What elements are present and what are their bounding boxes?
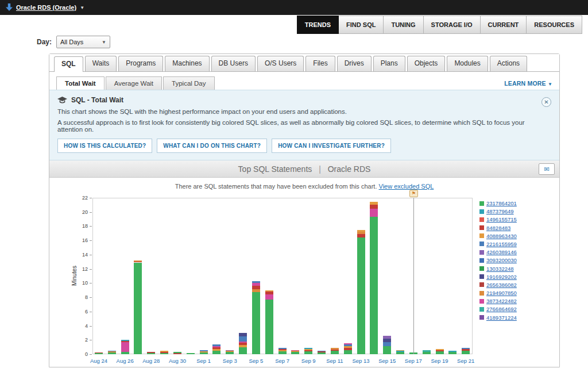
bar-segment[interactable] [462,348,470,349]
bar-segment[interactable] [252,292,260,354]
bar-segment[interactable] [291,351,299,352]
bar-segment[interactable] [252,286,260,289]
x-tick-label[interactable]: Sep 19 [428,358,451,364]
bar-segment[interactable] [331,350,339,351]
top-tab-resources[interactable]: RESOURCES [527,16,582,34]
bar-segment[interactable] [265,290,273,292]
database-selector[interactable]: Oracle RDS (Oracle) [16,4,76,11]
bar-segment[interactable] [370,217,378,354]
bar-segment[interactable] [448,352,457,354]
legend-sql-link[interactable]: 130332248 [486,266,514,272]
bar-segment[interactable] [121,342,129,352]
bar-segment[interactable] [462,349,470,350]
tab-waits[interactable]: Waits [85,56,117,71]
legend-sql-link[interactable]: 2216155959 [486,241,517,247]
legend-sql-link[interactable]: 4088963430 [486,233,517,239]
info-button-1[interactable]: HOW IS THIS CALCULATED? [57,139,152,153]
bar-segment[interactable] [239,336,247,342]
bar-segment[interactable] [265,294,273,300]
bar-segment[interactable] [200,350,208,351]
close-icon[interactable]: ✕ [541,97,551,107]
bar-segment[interactable] [383,336,391,339]
tab-plans[interactable]: Plans [373,56,405,71]
bar-segment[interactable] [160,353,168,354]
bar-segment[interactable] [108,352,116,354]
bar-segment[interactable] [318,351,326,352]
bar-segment[interactable] [396,352,404,354]
x-tick-label[interactable]: Sep 13 [350,358,373,364]
bar-segment[interactable] [383,339,391,342]
info-button-3[interactable]: HOW CAN I INVESTIGATE FURTHER? [272,139,391,153]
bar-segment[interactable] [357,230,365,232]
bar-segment[interactable] [226,351,234,352]
tab-db-users[interactable]: DB Users [211,56,256,71]
annotation-flag-icon[interactable]: ⚑ [409,190,418,197]
bar-segment[interactable] [304,350,312,351]
tab-modules[interactable]: Modules [447,56,488,71]
bar-segment[interactable] [278,348,287,349]
bar-segment[interactable] [160,351,168,351]
legend-item[interactable]: 2216155959 [479,241,517,247]
bar-segment[interactable] [278,351,287,354]
bar-segment[interactable] [344,350,352,354]
x-tick-label[interactable]: Aug 28 [140,358,163,364]
bar-segment[interactable] [423,352,431,354]
legend-item[interactable]: 3093200030 [479,257,517,263]
tab-drives[interactable]: Drives [337,56,372,71]
bar-segment[interactable] [396,350,404,351]
subtab-average-wait[interactable]: Average Wait [106,76,162,90]
bar-segment[interactable] [344,343,352,344]
x-tick-label[interactable]: Aug 26 [114,358,137,364]
x-tick-label[interactable]: Sep 9 [297,358,320,364]
bar-segment[interactable] [304,349,312,350]
legend-item[interactable]: 4088963430 [479,233,517,239]
bar-segment[interactable] [212,344,220,346]
tab-sql[interactable]: SQL [54,56,83,72]
legend-item[interactable]: 4189371224 [479,315,517,321]
bar-segment[interactable] [357,237,365,354]
bar-segment[interactable] [134,260,142,262]
top-tab-current[interactable]: CURRENT [481,16,527,34]
legend-item[interactable]: 1916929202 [479,274,517,280]
x-tick-label[interactable]: Sep 5 [245,358,268,364]
legend-sql-link[interactable]: 3873422482 [486,298,517,304]
bar-segment[interactable] [212,351,220,354]
bar-segment[interactable] [344,344,352,346]
bar-segment[interactable] [239,345,247,347]
bar-segment[interactable] [147,352,155,353]
bar-segment[interactable] [436,351,444,354]
bar-segment[interactable] [134,263,142,354]
bar-segment[interactable] [173,352,181,353]
bar-segment[interactable] [344,346,352,348]
legend-item[interactable]: 2656386082 [479,282,517,288]
top-tab-storage-i-o[interactable]: STORAGE I/O [424,16,481,34]
bar-segment[interactable] [331,348,339,349]
bar-segment[interactable] [252,289,260,292]
bar-segment[interactable] [134,262,142,263]
bar-segment[interactable] [95,352,103,353]
bar-segment[interactable] [291,350,299,351]
bar-segment[interactable] [383,346,391,354]
bar-segment[interactable] [370,209,378,217]
bar-segment[interactable] [318,352,326,354]
bar-segment[interactable] [436,349,444,350]
bar-segment[interactable] [95,353,103,354]
x-tick-label[interactable]: Sep 21 [454,358,477,364]
bar-segment[interactable] [357,234,365,237]
bar-segment[interactable] [462,351,470,354]
bar-segment[interactable] [304,351,312,354]
tab-o-s-users[interactable]: O/S Users [257,56,304,71]
bar-segment[interactable] [187,353,195,354]
bar-segment[interactable] [108,351,116,352]
legend-item[interactable]: 3873422482 [479,298,517,304]
legend-sql-link[interactable]: 487379649 [486,208,514,214]
bar-segment[interactable] [239,333,247,336]
legend-item[interactable]: 2317864201 [479,200,517,206]
legend-sql-link[interactable]: 2766864692 [486,306,517,312]
bar-segment[interactable] [252,283,260,286]
legend-item[interactable]: 1496155715 [479,216,517,223]
bar-segment[interactable] [200,352,208,354]
x-tick-label[interactable]: Sep 7 [271,358,294,364]
bar-segment[interactable] [448,351,457,352]
info-button-2[interactable]: WHAT CAN I DO ON THIS CHART? [157,139,267,153]
